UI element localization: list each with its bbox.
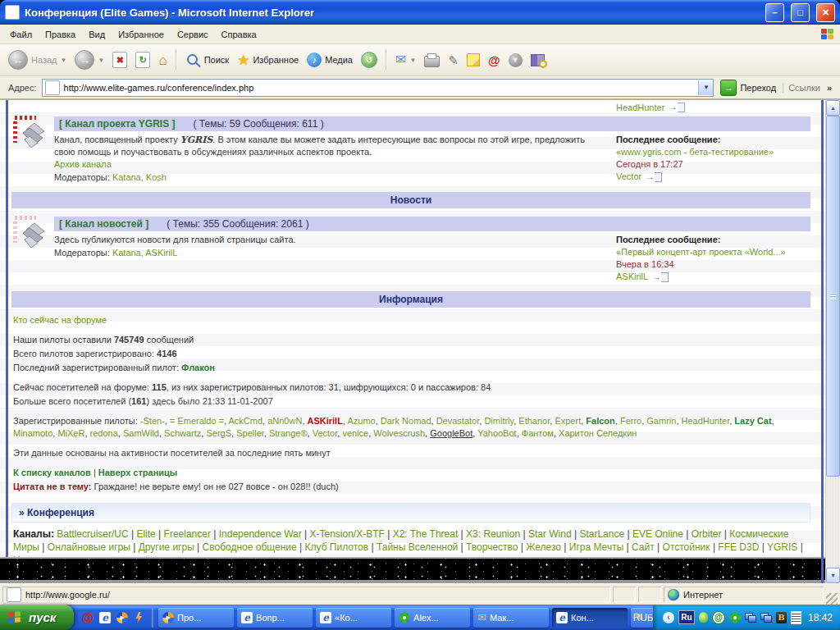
pilot-link[interactable]: = Emeraldo = bbox=[170, 416, 224, 426]
pilot-link[interactable]: venice bbox=[342, 428, 368, 438]
menu-item[interactable]: Правка bbox=[39, 27, 82, 42]
pilot-link[interactable]: GoogleBot bbox=[430, 428, 472, 438]
close-button[interactable]: ✕ bbox=[816, 3, 835, 22]
pilot-link[interactable]: -Sten- bbox=[140, 416, 165, 426]
address-input[interactable]: http://www.elite-games.ru/conference/ind… bbox=[42, 79, 714, 97]
pilot-link[interactable]: Wolvescrush bbox=[373, 428, 425, 438]
pilot-link[interactable]: Falcon bbox=[586, 416, 614, 426]
last-author-link[interactable]: ASKirilL bbox=[616, 271, 648, 283]
pilot-link[interactable]: MiXeR bbox=[57, 428, 84, 438]
pilot-link[interactable]: Minamoto bbox=[13, 428, 52, 438]
refresh-button[interactable] bbox=[132, 50, 153, 70]
pilot-link[interactable]: Azumo bbox=[347, 416, 375, 426]
who-is-online-link[interactable]: Кто сейчас на форуме bbox=[13, 315, 107, 325]
pilot-link[interactable]: YahooBot bbox=[477, 428, 517, 438]
messenger-button[interactable] bbox=[505, 52, 526, 69]
footer-channel-link[interactable]: Железо bbox=[526, 541, 561, 553]
pilot-link[interactable]: aNn0wN bbox=[267, 416, 302, 426]
scrollbar-thumb[interactable] bbox=[826, 116, 840, 477]
footer-channel-link[interactable]: Отстойник bbox=[663, 541, 710, 553]
pilot-link[interactable]: Фантом bbox=[522, 428, 554, 438]
pilot-link[interactable]: SergS bbox=[206, 428, 231, 438]
goto-last-post-icon[interactable] bbox=[652, 272, 669, 282]
task-button[interactable]: Кон... bbox=[552, 608, 628, 628]
last-author-link[interactable]: HeadHunter bbox=[616, 103, 664, 112]
edit-button[interactable] bbox=[445, 52, 462, 68]
pilot-link[interactable]: ASKirilL bbox=[308, 416, 343, 426]
pilot-link[interactable]: SamWild bbox=[123, 428, 159, 438]
pilot-link[interactable]: Vector bbox=[313, 428, 338, 438]
footer-channel-link[interactable]: Свободное общение bbox=[203, 541, 297, 553]
last-topic-link[interactable]: «www.ygris.com - бета-тестирование» bbox=[616, 147, 774, 157]
footer-channel-link[interactable]: Star Wind bbox=[528, 528, 572, 540]
footer-channel-link[interactable]: Elite bbox=[136, 528, 155, 540]
footer-channel-link[interactable]: FFE D3D bbox=[718, 541, 759, 553]
footer-channel-link[interactable]: Онлайновые игры bbox=[48, 541, 130, 553]
moderators-links[interactable]: Katana, ASKirilL bbox=[112, 248, 178, 258]
footer-channel-link[interactable]: Orbiter bbox=[692, 528, 722, 540]
footer-channel-link[interactable]: Independence War bbox=[219, 528, 302, 540]
pilot-link[interactable]: Schwartz bbox=[164, 428, 201, 438]
tray-network-icon[interactable] bbox=[745, 613, 756, 623]
scrollbar-track[interactable] bbox=[826, 477, 840, 568]
footer-channel-link[interactable]: EVE Online bbox=[632, 528, 683, 540]
quicklaunch-ie-icon[interactable] bbox=[99, 612, 111, 623]
address-dropdown-button[interactable]: ▼ bbox=[698, 80, 713, 95]
footer-channel-link[interactable]: StarLance bbox=[579, 528, 624, 540]
footer-channel-link[interactable]: Клуб Пилотов bbox=[305, 541, 369, 553]
task-button[interactable]: Вопр... bbox=[237, 608, 313, 628]
pilot-link[interactable]: HeadHunter bbox=[682, 416, 730, 426]
last-registered-pilot-link[interactable]: Флакон bbox=[181, 363, 215, 372]
maximize-button[interactable]: □ bbox=[791, 3, 810, 22]
pilot-link[interactable]: Dimitriy bbox=[484, 416, 514, 426]
language-indicator[interactable]: RU bbox=[628, 612, 653, 623]
scroll-up-button[interactable]: ▲ bbox=[826, 100, 840, 116]
channel-title-link[interactable]: [ Канал проекта YGRIS ] bbox=[59, 118, 176, 130]
pilot-link[interactable]: Devastator bbox=[436, 416, 480, 426]
mail-button[interactable]: ▼ bbox=[392, 52, 419, 68]
footer-channel-link[interactable]: X3: Reunion bbox=[466, 528, 520, 540]
footer-channel-link[interactable]: Тайны Вселенной bbox=[377, 541, 458, 553]
search-button[interactable]: Поиск bbox=[182, 51, 232, 70]
go-button[interactable]: Переход bbox=[714, 80, 783, 96]
moderators-links[interactable]: Katana, Kosh bbox=[112, 172, 167, 182]
tray-language-icon[interactable]: Ru bbox=[678, 610, 695, 624]
pilot-link[interactable]: Strange® bbox=[269, 428, 308, 438]
tray-bulb-icon[interactable] bbox=[699, 612, 708, 623]
pilot-link[interactable]: Dark Nomad bbox=[381, 416, 431, 426]
channel-title-link[interactable]: [ Канал новостей ] bbox=[59, 218, 148, 230]
quicklaunch-mail-at-icon[interactable] bbox=[81, 611, 94, 623]
last-author-link[interactable]: Vector bbox=[616, 171, 641, 183]
pilot-link[interactable]: Ethanor bbox=[518, 416, 550, 426]
footer-channel-link[interactable]: Battlecruiser/UC bbox=[57, 528, 128, 540]
stop-button[interactable] bbox=[109, 50, 130, 70]
footer-channel-link[interactable]: YGRIS bbox=[767, 541, 797, 553]
pilot-link[interactable]: Харитон Селедкин bbox=[559, 428, 637, 438]
goto-last-post-icon[interactable] bbox=[646, 172, 662, 182]
forward-button[interactable]: ▼ bbox=[71, 48, 107, 71]
hide-icons-chevron[interactable] bbox=[663, 612, 674, 623]
footer-channel-link[interactable]: Freelancer bbox=[164, 528, 211, 540]
to-top-link[interactable]: Наверх страницы bbox=[98, 468, 177, 477]
to-channel-list-link[interactable]: К списку каналов bbox=[13, 468, 91, 477]
resize-grip[interactable] bbox=[826, 593, 838, 605]
history-button[interactable] bbox=[358, 50, 381, 70]
print-button[interactable] bbox=[421, 51, 443, 69]
quicklaunch-winamp-icon[interactable] bbox=[134, 612, 144, 623]
footer-channel-link[interactable]: Игра Мечты bbox=[569, 541, 623, 553]
scroll-down-button[interactable]: ▼ bbox=[826, 568, 840, 583]
menu-item[interactable]: Вид bbox=[82, 27, 112, 42]
footer-channel-link[interactable]: X-Tension/X-BTF bbox=[310, 528, 385, 540]
pilot-link[interactable]: Ferro bbox=[620, 416, 641, 426]
home-button[interactable] bbox=[155, 52, 170, 69]
menu-item[interactable]: Справка bbox=[215, 27, 263, 42]
footer-channel-link[interactable]: Творчество bbox=[466, 541, 518, 553]
pilot-link[interactable]: Expert bbox=[555, 416, 581, 426]
pilot-link[interactable]: redona bbox=[90, 428, 118, 438]
tray-icq-flower-icon[interactable] bbox=[733, 616, 737, 619]
favorites-button[interactable]: Избранное bbox=[234, 52, 302, 69]
links-toolbar[interactable]: Ссылки bbox=[783, 83, 837, 93]
tray-grid-icon[interactable] bbox=[791, 611, 801, 624]
tray-at-icon[interactable] bbox=[712, 611, 725, 624]
menu-item[interactable]: Файл bbox=[3, 27, 39, 42]
